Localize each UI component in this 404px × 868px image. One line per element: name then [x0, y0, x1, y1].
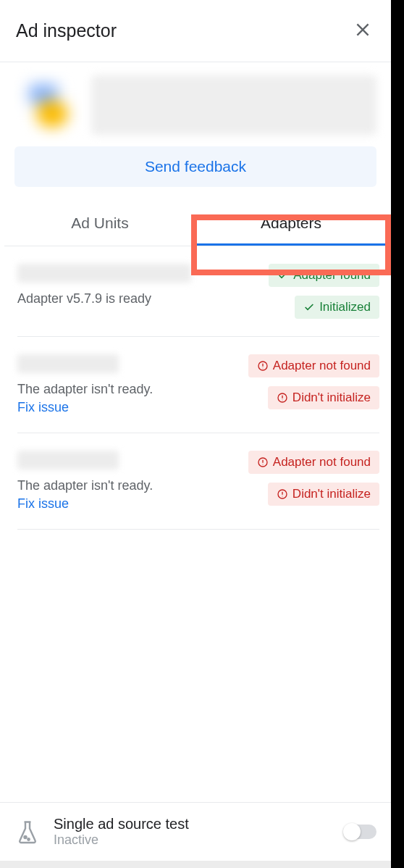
tabs: Ad Units Adapters — [4, 201, 387, 246]
fix-issue-link[interactable]: Fix issue — [17, 400, 69, 415]
footer-text: Single ad source test Inactive — [54, 816, 189, 848]
status-badge: Initialized — [295, 296, 379, 319]
error-icon — [277, 392, 288, 404]
footer: Single ad source test Inactive — [0, 802, 391, 861]
error-icon — [277, 488, 288, 500]
adapter-status-text: Adapter v5.7.9 is ready — [17, 290, 260, 308]
status-badge: Adapter not found — [248, 451, 379, 474]
adapter-name — [17, 451, 119, 470]
close-icon — [353, 20, 372, 39]
badge-label: Adapter not found — [273, 359, 371, 373]
close-button[interactable] — [350, 17, 375, 44]
adapter-row: The adapter isn't ready. Fix issue Adapt… — [17, 433, 379, 530]
adapter-row: The adapter isn't ready. Fix issue Adapt… — [17, 337, 379, 433]
beaker-icon — [14, 819, 41, 845]
app-icon — [14, 75, 83, 135]
adapter-name — [17, 264, 191, 283]
header: Ad inspector — [0, 0, 391, 62]
badge-label: Didn't initialize — [293, 391, 371, 405]
tab-adapters[interactable]: Adapters — [195, 201, 387, 246]
adapter-status-text: The adapter isn't ready. — [17, 380, 240, 398]
adapter-row: Adapter v5.7.9 is ready Adapter found In… — [17, 246, 379, 337]
status-badge: Adapter found — [269, 264, 379, 287]
badge-label: Initialized — [319, 300, 371, 314]
svg-point-5 — [28, 838, 29, 840]
page-title: Ad inspector — [16, 20, 117, 41]
send-feedback-button[interactable]: Send feedback — [14, 146, 376, 187]
error-icon — [257, 360, 269, 372]
footer-subtitle: Inactive — [54, 832, 189, 848]
bottom-strip — [0, 861, 391, 868]
device-frame-edge — [391, 0, 404, 868]
app-info-section: Send feedback — [0, 62, 391, 201]
single-ad-source-toggle[interactable] — [345, 825, 376, 839]
check-icon — [303, 301, 315, 313]
adapter-list: Adapter v5.7.9 is ready Adapter found In… — [0, 246, 391, 530]
status-badge: Didn't initialize — [268, 386, 379, 409]
status-badge: Adapter not found — [248, 354, 379, 377]
badge-label: Adapter not found — [273, 455, 371, 470]
status-badge: Didn't initialize — [268, 483, 379, 506]
badge-label: Adapter found — [293, 268, 371, 283]
badge-label: Didn't initialize — [293, 487, 371, 501]
error-icon — [257, 456, 269, 468]
tab-ad-units[interactable]: Ad Units — [4, 201, 195, 246]
svg-point-4 — [25, 836, 27, 838]
check-icon — [277, 270, 289, 281]
footer-title: Single ad source test — [54, 816, 189, 832]
app-info-text — [91, 75, 376, 135]
fix-issue-link[interactable]: Fix issue — [17, 496, 69, 512]
adapter-status-text: The adapter isn't ready. — [17, 477, 240, 495]
adapter-name — [17, 354, 119, 373]
